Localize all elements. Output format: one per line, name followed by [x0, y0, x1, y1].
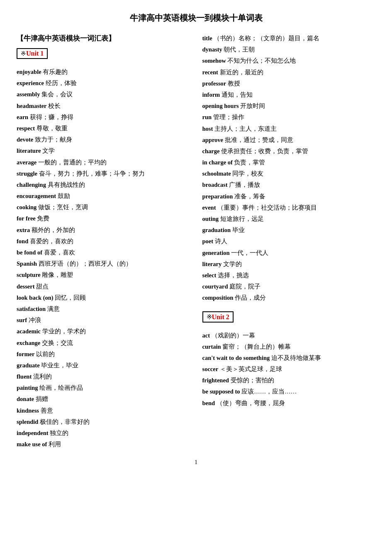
- word-chinese: 庭院，院子: [229, 283, 261, 290]
- word-english: surf: [17, 317, 27, 323]
- word-chinese: 批准，通过；赞成，同意: [225, 137, 293, 143]
- unit1-continued-list: title （书的）名称；（文章的）题目，篇名dynasty 朝代，王朝some…: [202, 34, 376, 303]
- word-chinese: 绘画，绘画作品: [39, 384, 83, 391]
- word-english: approve: [202, 137, 224, 143]
- word-english: assembly: [17, 91, 40, 98]
- word-chinese: 额外的，外加的: [32, 227, 75, 233]
- word-english: satisfaction: [17, 306, 46, 312]
- word-english: recent: [202, 69, 218, 76]
- word-chinese: 选择，挑选: [218, 272, 249, 279]
- word-english: soccer: [202, 366, 219, 372]
- list-item: run 管理；操作: [202, 112, 376, 122]
- list-item: donate 捐赠: [17, 394, 190, 404]
- word-chinese: 管理；操作: [213, 114, 244, 120]
- word-chinese: 一代，一代人: [231, 249, 268, 256]
- module-header: 【牛津高中英语模块一词汇表】: [17, 34, 115, 43]
- word-chinese: （戏剧的）一幕: [212, 332, 255, 339]
- page-number: 1: [17, 459, 375, 466]
- list-item: courtyard 庭院，院子: [202, 282, 376, 291]
- word-chinese: 善意: [41, 407, 53, 414]
- word-chinese: 广播，播放: [229, 181, 260, 188]
- word-english: be supposed to: [202, 388, 240, 395]
- word-english: former: [17, 351, 34, 357]
- word-english: extra: [17, 227, 30, 233]
- list-item: encouragement 鼓励: [17, 191, 190, 201]
- word-chinese: 开放时间: [240, 103, 265, 109]
- list-item: surf 冲浪: [17, 315, 190, 325]
- list-item: enjoyable 有乐趣的: [17, 67, 190, 77]
- word-english: preparation: [202, 193, 233, 200]
- word-english: courtyard: [202, 283, 228, 290]
- word-english: opening hours: [202, 103, 239, 109]
- word-english: sculpture: [17, 271, 41, 278]
- unit2-header: ※Unit 2: [202, 311, 234, 323]
- list-item: soccer ＜美＞英式足球，足球: [202, 364, 376, 374]
- list-item: former 以前的: [17, 350, 190, 359]
- word-chinese: 同学，校友: [232, 170, 263, 177]
- list-item: exchange 交换；交流: [17, 338, 190, 348]
- list-item: in charge of 负责，掌管: [202, 158, 376, 167]
- list-item: cooking 做饭；烹饪，烹调: [17, 203, 190, 212]
- list-item: graduation 毕业: [202, 225, 376, 235]
- word-chinese: 应该……，应当……: [241, 388, 297, 395]
- word-chinese: 准备，筹备: [234, 193, 265, 200]
- list-item: composition 作品，成分: [202, 293, 376, 303]
- word-english: painting: [17, 384, 38, 391]
- word-chinese: 毕业: [232, 227, 245, 233]
- list-item: dessert 甜点: [17, 282, 190, 291]
- word-english: run: [202, 114, 212, 120]
- word-chinese: 诗人: [215, 238, 227, 244]
- list-item: extra 额外的，外加的: [17, 225, 190, 235]
- list-item: host 主持人；主人，东道主: [202, 124, 376, 134]
- list-item: devote 致力于；献身: [17, 135, 190, 144]
- word-chinese: 流利的: [33, 373, 52, 380]
- list-item: inform 通知，告知: [202, 90, 376, 100]
- word-chinese: （使）弯曲，弯腰，屈身: [217, 400, 285, 406]
- word-english: challenging: [17, 181, 46, 188]
- word-english: select: [202, 272, 217, 279]
- list-item: look back (on) 回忆，回顾: [17, 293, 190, 303]
- word-english: respect: [17, 125, 35, 132]
- word-chinese: 迫不及待地做某事: [271, 355, 321, 361]
- word-english: donate: [17, 396, 34, 402]
- word-english: frightened: [202, 377, 229, 384]
- word-english: graduate: [17, 362, 40, 369]
- word-chinese: 短途旅行，远足: [220, 215, 264, 222]
- list-item: fond 喜爱的，喜欢的: [17, 237, 190, 246]
- list-item: opening hours 开放时间: [202, 101, 376, 111]
- word-english: composition: [202, 294, 234, 301]
- word-english: somehow: [202, 57, 226, 64]
- list-item: curtain 窗帘；（舞台上的）帷幕: [202, 342, 376, 352]
- word-english: Spanish: [17, 260, 37, 267]
- list-item: earn 获得；赚，挣得: [17, 112, 190, 122]
- word-chinese: 西班牙语（的）；西班牙人（的）: [39, 260, 132, 267]
- word-chinese: 获得；赚，挣得: [30, 114, 73, 120]
- word-english: generation: [202, 249, 230, 256]
- word-chinese: 一般的，普通的；平均的: [38, 159, 107, 166]
- word-english: charge: [202, 148, 220, 154]
- word-chinese: 新近的，最近的: [220, 69, 263, 76]
- list-item: professor 教授: [202, 79, 376, 88]
- word-chinese: 朝代，王朝: [224, 46, 255, 53]
- right-column: title （书的）名称；（文章的）题目，篇名dynasty 朝代，王朝some…: [202, 34, 376, 451]
- word-chinese: 交换；交流: [42, 340, 73, 346]
- word-chinese: （重要）事件；社交活动；比赛项目: [217, 204, 317, 211]
- list-item: act （戏剧的）一幕: [202, 331, 376, 340]
- word-chinese: 奋斗，努力；挣扎，难事；斗争；努力: [39, 170, 145, 177]
- word-english: headmaster: [17, 103, 47, 109]
- word-english: fond: [17, 238, 28, 244]
- word-chinese: 受惊的；害怕的: [231, 377, 274, 384]
- list-item: graduate 毕业生，毕业: [17, 361, 190, 370]
- word-english: experience: [17, 80, 44, 86]
- list-item: average 一般的，普通的；平均的: [17, 158, 190, 167]
- word-english: bend: [202, 400, 215, 406]
- list-item: select 选择，挑选: [202, 271, 376, 280]
- word-chinese: 利用: [49, 441, 61, 447]
- word-chinese: 免费: [37, 215, 49, 222]
- word-chinese: 窗帘；（舞台上的）帷幕: [222, 343, 291, 350]
- word-english: be fond of: [17, 249, 42, 256]
- word-chinese: 不知为什么；不知怎么地: [227, 57, 296, 64]
- word-chinese: 尊敬，敬重: [37, 125, 68, 132]
- word-chinese: 具有挑战性的: [48, 181, 85, 188]
- word-chinese: 冲浪: [29, 317, 41, 323]
